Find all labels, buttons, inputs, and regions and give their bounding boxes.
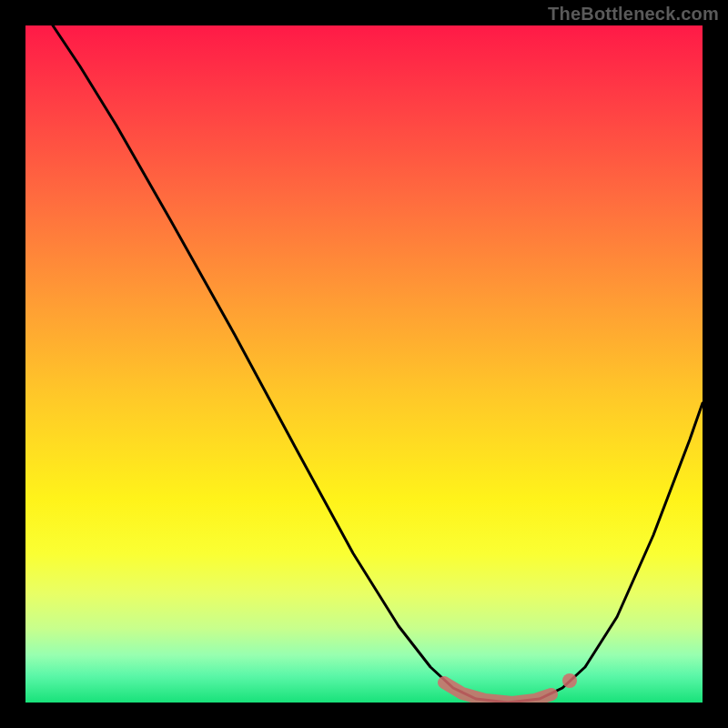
- plot-area: [25, 25, 703, 703]
- highlight-dot: [562, 673, 577, 688]
- watermark-label: TheBottleneck.com: [548, 4, 719, 25]
- chart-container: TheBottleneck.com: [0, 0, 728, 728]
- chart-svg: [25, 25, 703, 703]
- bottleneck-curve: [53, 25, 703, 703]
- highlight-segment: [444, 682, 551, 703]
